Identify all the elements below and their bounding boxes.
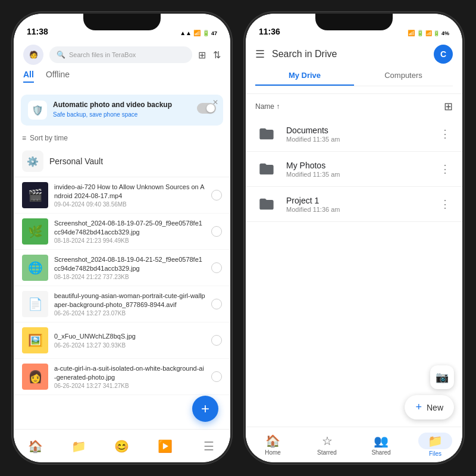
file-meta: 06-26-2024 13:27 23.07KB [54, 310, 205, 317]
folder-name: Project 1 [286, 196, 429, 205]
files-icon: 📁 [428, 434, 443, 447]
nav-media[interactable]: ▶️ [151, 439, 180, 453]
banner-close-button[interactable]: ✕ [212, 98, 218, 107]
folder-item[interactable]: Project 1Modified 11:36 am⋮ [246, 187, 462, 222]
sort-icon[interactable]: ⇅ [213, 49, 221, 61]
file-name: a-cute-girl-in-a-suit-isolated-on-white-… [54, 364, 205, 381]
folder-icon [255, 123, 278, 145]
home-icon: 🏠 [28, 439, 43, 453]
file-info: 0_xFuo_UNWchLZ8bqS.jpg06-26-2024 13:27 3… [54, 332, 205, 348]
file-item[interactable]: 🌐Screenshot_2024-08-18-19-04-21-52_f9ee0… [14, 250, 230, 286]
avatar[interactable]: 🧑 [23, 45, 43, 65]
file-select-radio[interactable] [211, 190, 222, 201]
drive-search-title[interactable]: Search in Drive [272, 49, 427, 60]
drive-avatar[interactable]: C [434, 45, 453, 64]
file-thumbnail: 🌿 [22, 218, 48, 245]
filter-icon[interactable]: ⊞ [198, 49, 206, 61]
folder-info: DocumentsModified 11:35 am [286, 126, 429, 143]
file-item[interactable]: 🎬invideo-ai-720 How to Allow Unknown Sou… [14, 177, 230, 214]
sort-row[interactable]: ≡ Sort by time [14, 130, 230, 146]
drive-tabs: My Drive Computers [255, 71, 453, 86]
drive-fab-camera-button[interactable]: 📷 [430, 365, 454, 389]
file-item[interactable]: 🖼️0_xFuo_UNWchLZ8bqS.jpg06-26-2024 13:27… [14, 322, 230, 359]
file-meta: 09-04-2024 09:40 38.56MB [54, 201, 205, 208]
fab-add-button[interactable]: + [192, 396, 218, 422]
tab-offline[interactable]: Offline [46, 70, 70, 83]
play-icon: ▶️ [158, 439, 173, 453]
folder-more-button[interactable]: ⋮ [437, 160, 453, 178]
file-name: beautiful-young-asian-woman-portrait-cut… [54, 292, 205, 309]
drive-nav-shared[interactable]: 👥 Shared [364, 434, 399, 456]
drive-phone: 11:36 📶 🔋 📶 🔋 4% ☰ Search in Drive C My … [244, 12, 464, 464]
drive-bottom-nav: 🏠 Home ☆ Starred 👥 Shared 📁 Files [246, 427, 462, 462]
drive-fab-new-button[interactable]: + New [405, 395, 454, 419]
terabox-tabs: All Offline [23, 70, 221, 83]
backup-text: Automatic photo and video backup Safe ba… [53, 101, 191, 118]
nav-files[interactable]: 📁 [64, 439, 93, 453]
status-time-right: 11:36 [259, 27, 280, 36]
terabox-phone: 11:38 ▲▲ 📶 🔋 47 🧑 🔍 Search files in Tera… [12, 12, 232, 464]
file-thumbnail: 📄 [22, 291, 48, 317]
terabox-content: 🛡️ Automatic photo and video backup Safe… [14, 89, 230, 429]
drive-header-row: ☰ Search in Drive C [255, 45, 453, 64]
drive-nav-files[interactable]: 📁 Files [418, 433, 453, 457]
status-icons-right: 📶 🔋 📶 🔋 4% [408, 30, 449, 36]
star-icon: ☆ [322, 434, 333, 448]
camera-icon: 📷 [436, 371, 449, 384]
nav-home[interactable]: 🏠 [20, 439, 50, 453]
tab-all[interactable]: All [23, 70, 34, 83]
grid-view-icon[interactable]: ⊞ [444, 100, 453, 113]
hamburger-menu-icon[interactable]: ☰ [255, 48, 265, 61]
drive-nav-starred[interactable]: ☆ Starred [309, 434, 345, 456]
folder-info: Project 1Modified 11:36 am [286, 196, 429, 213]
folder-info: My PhotosModified 11:35 am [286, 161, 429, 178]
file-meta: 08-18-2024 21:22 737.23KB [54, 274, 205, 280]
sort-button[interactable]: Name ↑ [255, 102, 280, 111]
file-select-radio[interactable] [211, 335, 222, 346]
folder-item[interactable]: DocumentsModified 11:35 am⋮ [246, 117, 462, 152]
search-box[interactable]: 🔍 Search files in TeraBox [49, 46, 192, 63]
file-select-radio[interactable] [211, 226, 222, 237]
notch [83, 14, 161, 30]
folder-icon [255, 158, 278, 180]
vault-label: Personal Vault [49, 156, 103, 166]
folder-more-button[interactable]: ⋮ [437, 125, 453, 143]
drive-header: ☰ Search in Drive C My Drive Computers [246, 40, 462, 94]
plus-icon: + [415, 401, 422, 414]
personal-vault-item[interactable]: ⚙️ Personal Vault [14, 146, 230, 177]
file-thumbnail: 👩 [22, 364, 48, 390]
file-item[interactable]: 📄beautiful-young-asian-woman-portrait-cu… [14, 286, 230, 322]
folder-name: My Photos [286, 161, 429, 170]
drive-nav-home[interactable]: 🏠 Home [255, 434, 291, 456]
status-icons-left: ▲▲ 📶 🔋 47 [180, 30, 217, 36]
tab-computers[interactable]: Computers [354, 71, 453, 86]
file-meta: 06-26-2024 13:27 30.93KB [54, 342, 205, 349]
backup-banner: 🛡️ Automatic photo and video backup Safe… [21, 95, 223, 126]
file-select-radio[interactable] [211, 299, 222, 309]
folder-more-button[interactable]: ⋮ [437, 195, 453, 213]
file-item[interactable]: 🌿Screenshot_2024-08-18-19-07-25-09_f9ee0… [14, 214, 230, 250]
home-icon: 🏠 [265, 434, 280, 447]
backup-title: Automatic photo and video backup [53, 101, 191, 110]
search-row: 🧑 🔍 Search files in TeraBox ⊞ ⇅ [23, 45, 221, 65]
file-item[interactable]: 👩a-cute-girl-in-a-suit-isolated-on-white… [14, 359, 230, 395]
file-select-radio[interactable] [211, 371, 222, 382]
backup-shield-icon: 🛡️ [28, 101, 47, 120]
terabox-header: 🧑 🔍 Search files in TeraBox ⊞ ⇅ All Offl… [14, 40, 230, 89]
profile-icon: 😊 [114, 439, 129, 453]
sort-icon: ≡ [22, 134, 26, 142]
nav-more[interactable]: ☰ [194, 439, 224, 453]
nav-profile[interactable]: 😊 [107, 439, 137, 453]
file-select-radio[interactable] [211, 262, 222, 273]
file-info: a-cute-girl-in-a-suit-isolated-on-white-… [54, 364, 205, 389]
backup-subtitle: Safe backup, save phone space [53, 111, 191, 118]
file-info: beautiful-young-asian-woman-portrait-cut… [54, 292, 205, 317]
file-thumbnail: 🎬 [22, 182, 48, 208]
file-info: Screenshot_2024-08-18-19-07-25-09_f9ee05… [54, 219, 205, 244]
tab-my-drive[interactable]: My Drive [255, 71, 354, 86]
search-placeholder: Search files in TeraBox [69, 51, 136, 58]
file-name: 0_xFuo_UNWchLZ8bqS.jpg [54, 332, 205, 340]
folder-item[interactable]: My PhotosModified 11:35 am⋮ [246, 152, 462, 187]
vault-icon: ⚙️ [22, 151, 43, 172]
drive-toolbar: Name ↑ ⊞ [246, 94, 462, 117]
